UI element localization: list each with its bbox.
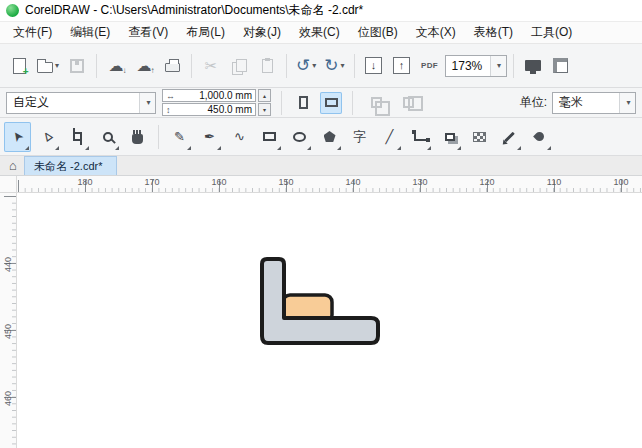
vertical-ruler[interactable]: 440 450 460	[0, 193, 17, 448]
paste-button[interactable]	[254, 51, 280, 81]
tool-connector[interactable]	[406, 122, 433, 152]
spin-down-button[interactable]: ▾	[258, 103, 271, 116]
ruler-number: 120	[479, 177, 494, 187]
printer-icon	[165, 63, 180, 72]
copy-button[interactable]	[226, 51, 252, 81]
tool-interactive-fill[interactable]	[526, 122, 553, 152]
horizontal-ruler[interactable]: 180 170 160 150 140 130 120 110 100	[17, 176, 642, 193]
zoom-dropdown-button[interactable]: ▾	[490, 56, 506, 76]
menu-item[interactable]: 表格(T)	[465, 22, 522, 43]
tool-polygon[interactable]	[316, 122, 343, 152]
undo-icon: ↺	[296, 57, 310, 74]
drawn-artwork	[17, 193, 642, 448]
spline-icon: ∿	[234, 130, 245, 143]
toolbar-separator	[286, 54, 287, 78]
menu-item[interactable]: 布局(L)	[177, 22, 234, 43]
preset-dropdown-button[interactable]: ▾	[139, 93, 155, 113]
menu-item[interactable]: 对象(J)	[234, 22, 290, 43]
home-tab-button[interactable]: ⌂	[2, 156, 24, 175]
page-height-field[interactable]: ↕ 450.0 mm	[162, 103, 256, 116]
toolbox-separator	[158, 125, 159, 149]
cut-button[interactable]: ✂	[198, 51, 224, 81]
window-title: CorelDRAW - C:\Users\Administrator\Docum…	[25, 2, 363, 19]
undo-button[interactable]: ↺ ▾	[293, 51, 319, 81]
export-button[interactable]: ↑	[389, 51, 415, 81]
new-document-icon: +	[13, 58, 26, 74]
ruler-origin-corner[interactable]	[0, 176, 17, 193]
page-width-value: 1,000.0 mm	[199, 90, 252, 101]
folder-icon	[37, 62, 53, 73]
landscape-orientation-button[interactable]	[320, 92, 342, 114]
cloud-icon: ☁	[109, 58, 124, 73]
pdf-icon: PDF	[421, 61, 438, 70]
ruler-number: 460	[3, 391, 13, 406]
tool-pan[interactable]	[124, 122, 151, 152]
tool-pick[interactable]: ➤	[4, 122, 31, 152]
title-bar: CorelDRAW - C:\Users\Administrator\Docum…	[0, 0, 642, 22]
menu-item[interactable]: 查看(V)	[119, 22, 177, 43]
zoom-level-combo[interactable]: 173% ▾	[445, 55, 507, 77]
toolbar-separator	[352, 91, 353, 115]
show-rulers-button[interactable]	[548, 51, 574, 81]
open-button[interactable]: ▾	[34, 51, 62, 81]
all-pages-layout-button[interactable]	[395, 88, 421, 118]
menu-item[interactable]: 编辑(E)	[61, 22, 119, 43]
toolbar-separator	[191, 54, 192, 78]
ruler-number: 170	[144, 177, 159, 187]
units-group: 单位: 毫米 ▾	[520, 92, 636, 114]
units-dropdown-button[interactable]: ▾	[619, 93, 635, 113]
portrait-orientation-button[interactable]	[292, 92, 314, 114]
tool-pen[interactable]: ✒	[196, 122, 223, 152]
document-tab-active[interactable]: 未命名 -2.cdr*	[24, 156, 117, 175]
tool-ellipse[interactable]	[286, 122, 313, 152]
tool-transparency[interactable]	[466, 122, 493, 152]
tool-drop-shadow[interactable]	[436, 122, 463, 152]
page-width-field[interactable]: ↔ 1,000.0 mm	[162, 89, 256, 102]
paste-icon	[262, 59, 273, 73]
redo-button[interactable]: ↻ ▾	[321, 51, 347, 81]
tool-parallel-dimension[interactable]: ╱	[376, 122, 403, 152]
units-combo[interactable]: 毫米 ▾	[552, 92, 636, 114]
polygon-tool-icon	[324, 131, 336, 142]
open-from-cloud-button[interactable]: ☁↓	[103, 51, 129, 81]
tool-zoom[interactable]	[94, 122, 121, 152]
document-tab-bar: ⌂ 未命名 -2.cdr*	[0, 156, 642, 176]
menu-item[interactable]: 工具(O)	[522, 22, 581, 43]
new-document-button[interactable]: +	[6, 51, 32, 81]
tool-b-spline[interactable]: ∿	[226, 122, 253, 152]
publish-to-pdf-button[interactable]: PDF	[417, 51, 443, 81]
ruler-number: 100	[613, 177, 628, 187]
tool-freehand[interactable]: ✎	[166, 122, 193, 152]
menu-item[interactable]: 效果(C)	[290, 22, 349, 43]
down-arrow-icon: ↓	[371, 60, 377, 71]
menu-item[interactable]: 位图(B)	[349, 22, 407, 43]
print-button[interactable]	[159, 51, 185, 81]
monitor-icon	[525, 60, 541, 71]
copy-icon	[232, 59, 246, 73]
tool-color-eyedropper[interactable]	[496, 122, 523, 152]
menu-item[interactable]: 文本(X)	[407, 22, 465, 43]
save-button[interactable]	[64, 51, 90, 81]
menu-item[interactable]: 文件(F)	[4, 22, 61, 43]
pencil-icon: ✎	[174, 130, 185, 143]
spin-up-button[interactable]: ▴	[258, 89, 271, 102]
toolbar-separator	[96, 54, 97, 78]
tool-shape[interactable]: ⊳	[34, 122, 61, 152]
ruler-number: 450	[3, 324, 13, 339]
page-size-spinner: ▴ ▾	[258, 89, 271, 116]
eyedropper-icon	[504, 131, 515, 142]
tool-rectangle[interactable]	[256, 122, 283, 152]
drawing-canvas[interactable]	[17, 193, 642, 448]
ellipse-tool-icon	[293, 132, 306, 142]
current-page-icon	[371, 97, 382, 108]
current-page-layout-button[interactable]	[363, 88, 389, 118]
fill-droplet-icon	[533, 130, 546, 143]
page-size-preset-combo[interactable]: 自定义 ▾	[6, 92, 156, 114]
tool-crop[interactable]	[64, 122, 91, 152]
fullscreen-preview-button[interactable]	[520, 51, 546, 81]
import-button[interactable]: ↓	[361, 51, 387, 81]
units-value: 毫米	[559, 94, 583, 111]
tool-text[interactable]: 字	[346, 122, 373, 152]
all-pages-icon	[403, 97, 414, 108]
save-to-cloud-button[interactable]: ☁↑	[131, 51, 157, 81]
